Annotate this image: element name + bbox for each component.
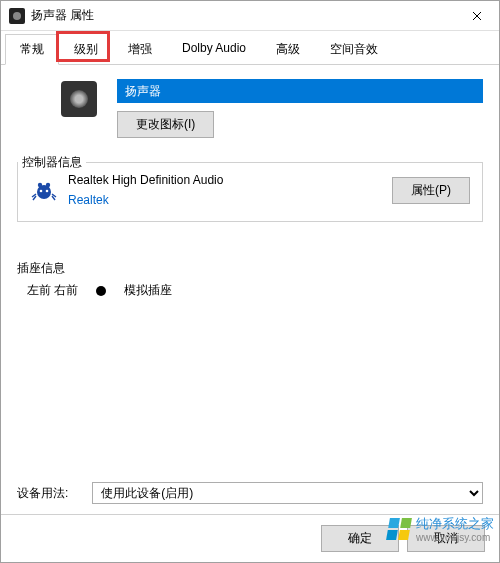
properties-window: 扬声器 属性 常规 级别 增强 Dolby Audio 高级 空间音效 更改图标… — [0, 0, 500, 563]
tab-content-general: 更改图标(I) 控制器信息 Realtek H — [1, 65, 499, 514]
svg-point-1 — [38, 183, 42, 187]
speaker-titlebar-icon — [9, 8, 25, 24]
tab-enhance[interactable]: 增强 — [113, 34, 167, 65]
tab-dolby[interactable]: Dolby Audio — [167, 34, 261, 65]
realtek-crab-icon — [30, 176, 58, 204]
jack-type: 模拟插座 — [124, 282, 172, 299]
dialog-footer: 确定 取消 — [1, 514, 499, 562]
svg-point-0 — [37, 185, 51, 199]
speaker-device-icon — [61, 81, 97, 117]
ok-button[interactable]: 确定 — [321, 525, 399, 552]
change-icon-button[interactable]: 更改图标(I) — [117, 111, 214, 138]
device-usage-select[interactable]: 使用此设备(启用) — [92, 482, 483, 504]
close-icon — [472, 11, 482, 21]
controller-vendor-link[interactable]: Realtek — [68, 193, 382, 207]
tab-level[interactable]: 级别 — [59, 34, 113, 65]
tab-general[interactable]: 常规 — [5, 34, 59, 65]
jack-color-dot-icon — [96, 286, 106, 296]
device-header-row: 更改图标(I) — [17, 79, 483, 138]
jack-info-group: 插座信息 左前 右前 模拟插座 — [17, 278, 483, 299]
svg-point-4 — [46, 190, 49, 193]
controller-name: Realtek High Definition Audio — [68, 173, 382, 187]
close-button[interactable] — [454, 1, 499, 31]
device-name-input[interactable] — [117, 79, 483, 103]
svg-point-3 — [40, 190, 43, 193]
controller-group-label: 控制器信息 — [18, 154, 86, 171]
svg-point-2 — [46, 183, 50, 187]
device-usage-row: 设备用法: 使用此设备(启用) — [17, 462, 483, 504]
titlebar: 扬声器 属性 — [1, 1, 499, 31]
window-title: 扬声器 属性 — [31, 7, 454, 24]
controller-info-group: 控制器信息 Realtek High Definition Audio Real… — [17, 162, 483, 222]
jack-group-label: 插座信息 — [17, 260, 65, 277]
tab-spatial[interactable]: 空间音效 — [315, 34, 393, 65]
tab-advanced[interactable]: 高级 — [261, 34, 315, 65]
controller-properties-button[interactable]: 属性(P) — [392, 177, 470, 204]
tab-strip: 常规 级别 增强 Dolby Audio 高级 空间音效 — [1, 31, 499, 65]
device-usage-label: 设备用法: — [17, 485, 68, 502]
jack-location: 左前 右前 — [27, 282, 78, 299]
cancel-button[interactable]: 取消 — [407, 525, 485, 552]
